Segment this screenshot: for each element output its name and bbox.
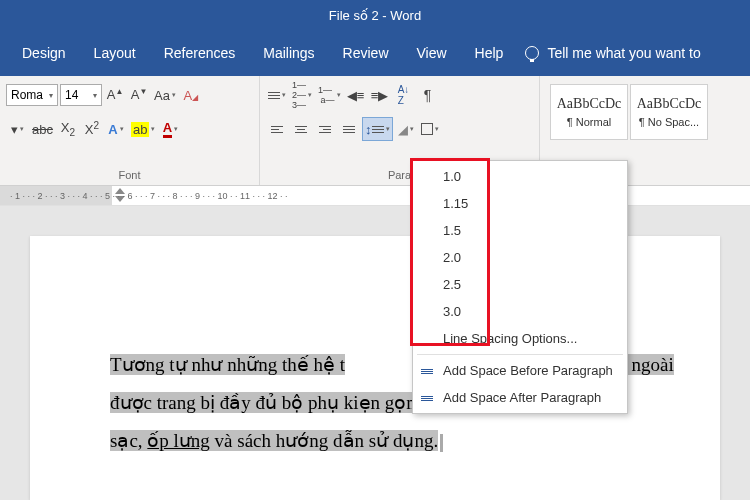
align-left-button[interactable] [266, 117, 288, 141]
window-title: File số 2 - Word [329, 8, 421, 23]
font-color-button[interactable]: A [159, 117, 181, 141]
tab-review[interactable]: Review [329, 35, 403, 71]
tab-view[interactable]: View [403, 35, 461, 71]
decrease-indent-button[interactable]: ◀≡ [345, 83, 367, 107]
spacing-options[interactable]: Line Spacing Options... [413, 325, 627, 352]
add-space-before[interactable]: Add Space Before Paragraph [413, 357, 627, 384]
line-spacing-menu: 1.0 1.15 1.5 2.0 2.5 3.0 Line Spacing Op… [412, 160, 628, 414]
tab-mailings[interactable]: Mailings [249, 35, 328, 71]
superscript-button[interactable]: X2 [81, 117, 103, 141]
spacing-2-5[interactable]: 2.5 [413, 271, 627, 298]
grow-font-button[interactable]: A▲ [104, 83, 126, 107]
highlight-button[interactable]: ab [129, 117, 157, 141]
style-no-spacing[interactable]: AaBbCcDc ¶ No Spac... [630, 84, 708, 140]
multilevel-button[interactable]: 1— a— [316, 83, 343, 107]
show-marks-button[interactable]: ¶ [417, 83, 439, 107]
align-center-button[interactable] [290, 117, 312, 141]
tab-references[interactable]: References [150, 35, 250, 71]
change-case-button[interactable]: Aa [152, 83, 178, 107]
tell-me[interactable]: Tell me what you want to [525, 45, 700, 61]
tab-help[interactable]: Help [461, 35, 518, 71]
more-underline-button[interactable]: ▾ [6, 117, 28, 141]
justify-button[interactable] [338, 117, 360, 141]
document-area: Tương tự như những thế hệ tni 13T ngoài … [0, 206, 750, 500]
shrink-font-button[interactable]: A▼ [128, 83, 150, 107]
increase-indent-button[interactable]: ≡▶ [369, 83, 391, 107]
spacing-3-0[interactable]: 3.0 [413, 298, 627, 325]
tab-design[interactable]: Design [8, 35, 80, 71]
clear-format-button[interactable]: A◢ [180, 83, 202, 107]
menu-separator [417, 354, 623, 355]
spacing-2-0[interactable]: 2.0 [413, 244, 627, 271]
style-normal[interactable]: AaBbCcDc ¶ Normal [550, 84, 628, 140]
text-cursor [440, 434, 443, 452]
tell-me-text: Tell me what you want to [547, 45, 700, 61]
space-after-icon [419, 390, 435, 406]
font-size-combo[interactable]: 14▾ [60, 84, 102, 106]
subscript-button[interactable]: X2 [57, 117, 79, 141]
sort-button[interactable]: A↓Z [393, 83, 415, 107]
tab-layout[interactable]: Layout [80, 35, 150, 71]
ribbon: Roma▾ 14▾ A▲ A▼ Aa A◢ ▾ abc X2 X2 A ab A… [0, 76, 750, 186]
spacing-1-5[interactable]: 1.5 [413, 217, 627, 244]
numbering-button[interactable]: 1—2—3— [290, 83, 314, 107]
strikethrough-button[interactable]: abc [30, 117, 55, 141]
shading-button[interactable]: ◢ [395, 117, 417, 141]
spacing-1-0[interactable]: 1.0 [413, 163, 627, 190]
align-right-button[interactable] [314, 117, 336, 141]
menu-bar: Design Layout References Mailings Review… [0, 30, 750, 76]
text-effects-button[interactable]: A [105, 117, 127, 141]
ruler[interactable]: · 1 · · · 2 · · · 3 · · · 4 · · · 5 · · … [0, 186, 750, 206]
space-before-icon [419, 363, 435, 379]
add-space-after[interactable]: Add Space After Paragraph [413, 384, 627, 411]
lightbulb-icon [525, 46, 539, 60]
line-spacing-button[interactable]: ↕ [362, 117, 393, 141]
borders-button[interactable] [419, 117, 441, 141]
font-group-label: Font [6, 169, 253, 183]
title-bar: File số 2 - Word [0, 0, 750, 30]
spacing-1-15[interactable]: 1.15 [413, 190, 627, 217]
bullets-button[interactable] [266, 83, 288, 107]
font-name-combo[interactable]: Roma▾ [6, 84, 58, 106]
